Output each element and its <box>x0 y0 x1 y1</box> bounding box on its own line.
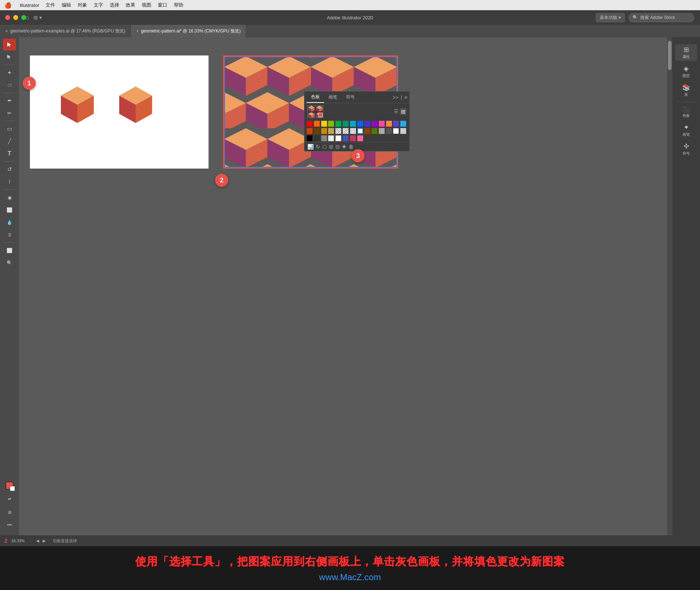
swatch-pink[interactable] <box>379 121 385 127</box>
menu-effect[interactable]: 效果 <box>126 2 135 8</box>
swatch-blue[interactable] <box>357 121 363 127</box>
swatch-cyan[interactable] <box>350 121 356 127</box>
swatch-white[interactable] <box>393 128 399 134</box>
sw-add-icon[interactable]: ✚ <box>342 144 346 150</box>
swatch-lightgray[interactable] <box>400 128 406 134</box>
pattern-swatch-icon[interactable] <box>307 105 323 118</box>
swatch-darkest[interactable] <box>314 135 320 141</box>
menu-object[interactable]: 对象 <box>78 2 87 8</box>
grid-view-icon[interactable]: ⊞ <box>400 108 407 115</box>
tool-warp[interactable]: ⌇ <box>3 176 16 188</box>
swatches-tab-symbols[interactable]: 符号 <box>342 92 359 103</box>
swatch-yellow[interactable] <box>321 121 327 127</box>
menu-text[interactable]: 文字 <box>94 2 103 8</box>
swatch-mid[interactable] <box>321 135 327 141</box>
panel-layers[interactable]: ◈ 图层 <box>675 63 697 80</box>
swatch-hotpink[interactable] <box>357 135 363 141</box>
handle-tm[interactable] <box>310 55 312 58</box>
swatch-gray[interactable] <box>379 128 385 134</box>
swatch-stripe[interactable] <box>335 128 341 134</box>
swatches-menu-icon[interactable]: ≡ <box>404 95 407 100</box>
tool-fill-stroke[interactable] <box>3 480 16 491</box>
next-btn[interactable]: ▶ <box>43 539 46 543</box>
layout-icon[interactable]: ⊞ ▾ <box>34 15 42 20</box>
swatch-dark-orange[interactable] <box>307 128 312 134</box>
tool-rotate[interactable]: ↺ <box>3 163 16 175</box>
tab-1[interactable]: ✕ geometric-pattern.ai* @ 16.33% (CMYK/G… <box>131 25 246 37</box>
handle-ml[interactable] <box>223 111 225 113</box>
sw-new-group-icon[interactable]: ⊞ <box>329 144 333 150</box>
swatches-tab-brushes[interactable]: 画笔 <box>324 92 342 103</box>
handle-bl[interactable] <box>223 166 225 169</box>
swatch-peach[interactable] <box>386 121 392 127</box>
handle-tr[interactable] <box>396 55 398 58</box>
tool-eyedropper[interactable]: 💧 <box>3 216 16 228</box>
swatches-expand-icon[interactable]: >> <box>393 95 398 100</box>
canvas-area[interactable]: 色板 画笔 符号 >> | ≡ <box>19 37 672 535</box>
swatch-forest[interactable] <box>372 128 377 134</box>
swatches-tab-swatches[interactable]: 色板 <box>307 92 324 103</box>
panel-brushes[interactable]: ✦ 画笔 <box>675 122 697 139</box>
tool-pencil[interactable]: ✏ <box>3 107 16 119</box>
tool-rectangle[interactable]: ▭ <box>3 123 16 135</box>
menu-help[interactable]: 帮助 <box>174 2 183 8</box>
swatch-rose[interactable] <box>350 135 356 141</box>
tool-more[interactable]: ••• <box>3 519 16 531</box>
tool-magic-wand[interactable]: ✦ <box>3 67 16 78</box>
sw-new-swatch-icon[interactable]: ⊟ <box>335 144 340 150</box>
swatch-navy[interactable] <box>343 135 349 141</box>
tool-direct-selection[interactable] <box>3 51 16 63</box>
menu-window[interactable]: 窗口 <box>158 2 167 8</box>
sw-show-kinds-icon[interactable]: ↻ <box>316 144 320 150</box>
menu-view[interactable]: 视图 <box>142 2 151 8</box>
handle-bm[interactable] <box>310 166 312 169</box>
v-scrollbar[interactable] <box>667 37 672 535</box>
swatch-sienna[interactable] <box>364 128 370 134</box>
swatch-indigo[interactable] <box>364 121 370 127</box>
close-button[interactable] <box>5 15 10 20</box>
swatch-violet[interactable] <box>372 121 377 127</box>
apple-menu[interactable]: 🍎 <box>4 2 12 9</box>
tool-selection[interactable] <box>3 39 16 50</box>
tool-swap[interactable]: ⇄ <box>3 493 16 505</box>
menu-edit[interactable]: 编辑 <box>62 2 71 8</box>
swatch-gold[interactable] <box>321 128 327 134</box>
sw-delete-icon[interactable]: 🗑 <box>349 144 354 150</box>
handle-tl[interactable] <box>223 55 225 58</box>
tool-pen[interactable]: ✒ <box>3 95 16 107</box>
menu-file[interactable]: 文件 <box>46 2 55 8</box>
swatch-lime[interactable] <box>328 121 334 127</box>
list-view-icon[interactable]: ☰ <box>394 108 398 115</box>
handle-br[interactable] <box>396 166 398 169</box>
workspace-button[interactable]: 基本功能 ▾ <box>596 13 625 22</box>
tab-1-close[interactable]: ✕ <box>136 29 139 33</box>
swatch-purple[interactable] <box>393 121 399 127</box>
panel-properties[interactable]: ⊞ 属性 <box>675 44 697 61</box>
swatch-brown[interactable] <box>314 128 320 134</box>
tab-0-close[interactable]: ✕ <box>5 29 8 33</box>
home-icon[interactable]: ⌂ <box>26 14 29 21</box>
swatch-darkgray[interactable] <box>386 128 392 134</box>
panel-libraries[interactable]: 📚 库 <box>675 82 697 99</box>
swatch-white-selected[interactable] <box>357 128 363 134</box>
tool-modes[interactable]: ▤ <box>3 506 16 518</box>
swatch-olive[interactable] <box>328 128 334 134</box>
swatch-green[interactable] <box>335 121 341 127</box>
v-scrollbar-thumb[interactable] <box>668 41 672 70</box>
sw-color-group-icon[interactable]: ⬡ <box>322 144 327 150</box>
swatch-teal[interactable] <box>343 121 349 127</box>
swatch-sky[interactable] <box>400 121 406 127</box>
menu-illustrator[interactable]: Illustrator <box>20 3 39 8</box>
swatch-light[interactable] <box>328 135 334 141</box>
sw-bar-chart-icon[interactable]: 📊 <box>307 144 314 150</box>
swatch-black[interactable] <box>307 135 312 141</box>
minimize-button[interactable] <box>13 15 18 20</box>
search-box[interactable]: 🔍 搜索 Adobe Stock <box>629 13 694 22</box>
panel-symbols[interactable]: ✣ 符号 <box>675 141 697 158</box>
panel-swatches[interactable]: ⬛ 色板 <box>675 105 697 120</box>
menu-select[interactable]: 选择 <box>110 2 119 8</box>
tool-artboard[interactable]: ⬜ <box>3 244 16 256</box>
artboard-left[interactable] <box>30 55 209 169</box>
swatch-orange[interactable] <box>314 121 320 127</box>
tool-blob-brush[interactable]: ◉ <box>3 192 16 203</box>
